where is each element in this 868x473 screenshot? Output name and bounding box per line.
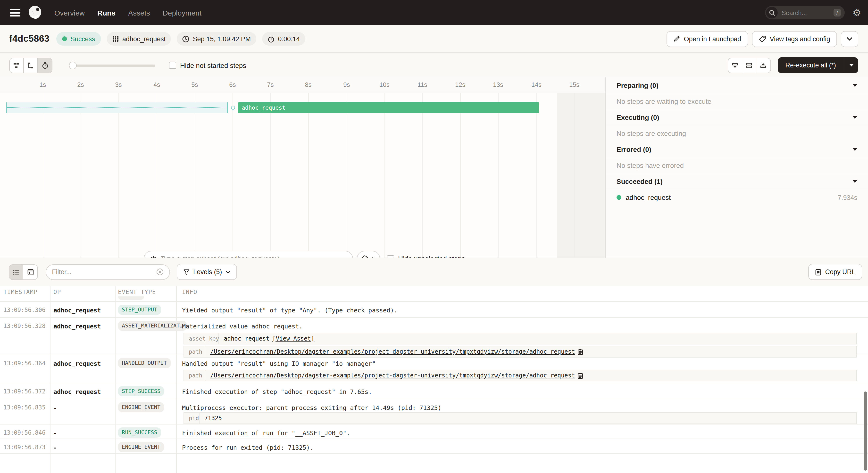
caret-down-icon	[852, 116, 857, 119]
step-subset-input[interactable]: Type a step subset (ex: adhoc_request+)	[144, 251, 353, 258]
log-scrollbar-thumb[interactable]	[864, 392, 867, 471]
metadata-row: path /Users/erincochran/Desktop/dagster-…	[184, 370, 857, 381]
nav-link-runs[interactable]: Runs	[97, 8, 116, 17]
log-filter-input[interactable]: Filter...	[45, 264, 170, 280]
step-start-marker	[231, 106, 235, 110]
structured-view-button[interactable]	[23, 265, 37, 279]
log-row[interactable]: 13:09:56.372 adhoc_request STEP_SUCCESS …	[0, 383, 868, 399]
log-row[interactable]: 13:09:56.306 adhoc_request STEP_OUTPUT Y…	[0, 302, 868, 318]
hide-not-started-checkbox[interactable]	[169, 62, 176, 69]
after-run-shade	[557, 93, 606, 258]
view-tags-config-button[interactable]: View tags and config	[752, 31, 837, 47]
graph-query-button[interactable]	[357, 251, 380, 258]
search-icon	[766, 7, 778, 19]
hide-not-started-label: Hide not started steps	[180, 61, 246, 69]
timeline-tick-label: 7s	[267, 81, 274, 88]
reexecute-all-button[interactable]: Re-execute all (*)	[777, 57, 844, 73]
caret-down-icon	[852, 180, 857, 183]
search-input[interactable]: Search... /	[765, 6, 845, 20]
reexecute-button-group: Re-execute all (*)	[777, 57, 858, 73]
flat-view-button[interactable]	[10, 58, 24, 72]
section-succeeded[interactable]: Succeeded (1)	[606, 173, 868, 190]
open-in-launchpad-button[interactable]: Open in Launchpad	[666, 31, 748, 47]
chevron-down-icon	[226, 270, 230, 273]
hide-not-started-checkbox-row[interactable]: Hide not started steps	[169, 61, 246, 69]
step-waiting-bar	[6, 102, 228, 113]
funnel-icon	[184, 269, 189, 275]
event-type-badge: ENGINE_EVENT	[118, 402, 164, 412]
gear-icon[interactable]: ⚙	[852, 8, 861, 18]
copy-url-button[interactable]: Copy URL	[808, 264, 862, 280]
run-header: f4dc5863 Success adhoc_request Sep 15, 1…	[0, 25, 868, 53]
reexecute-dropdown-button[interactable]	[844, 57, 858, 73]
view-asset-link[interactable]: [View Asset]	[272, 335, 314, 342]
collapse-down-button[interactable]	[728, 58, 742, 72]
metadata-row: asset_key adhoc_request [View Asset]	[184, 333, 857, 344]
nav-link-deployment[interactable]: Deployment	[163, 8, 202, 17]
section-executing[interactable]: Executing (0)	[606, 109, 868, 126]
duration-chip: 0:00:14	[262, 32, 305, 45]
col-op: OP	[53, 289, 61, 296]
succeeded-step-row[interactable]: adhoc_request 7.934s	[606, 190, 868, 205]
copy-path-icon[interactable]	[578, 372, 583, 379]
log-rows: 13:09:56.306 adhoc_request STEP_OUTPUT Y…	[0, 296, 868, 453]
event-type-badge: HANDLED_OUTPUT	[118, 358, 170, 368]
log-row[interactable]: 13:09:56.364 adhoc_request HANDLED_OUTPU…	[0, 355, 868, 383]
gantt-zoom-slider[interactable]	[69, 61, 155, 69]
log-row[interactable]: 13:09:56.328 adhoc_request ASSET_MATERIA…	[0, 318, 868, 355]
search-placeholder: Search...	[782, 9, 834, 16]
copy-path-icon[interactable]	[578, 348, 583, 355]
panel-up-icon	[760, 62, 767, 69]
split-panel-icon	[745, 62, 752, 69]
timeline-tick-label: 1s	[39, 81, 46, 88]
hide-unselected-checkbox[interactable]	[387, 255, 394, 258]
path-link[interactable]: /Users/erincochran/Desktop/dagster-examp…	[210, 372, 575, 379]
timeline-tick-label: 11s	[417, 81, 427, 88]
path-link[interactable]: /Users/erincochran/Desktop/dagster-examp…	[210, 348, 575, 355]
col-event-type: EVENT TYPE	[118, 289, 156, 296]
caret-down-icon	[852, 148, 857, 151]
nav-link-assets[interactable]: Assets	[128, 8, 150, 17]
dagster-logo[interactable]	[27, 5, 43, 21]
step-status-panel: Preparing (0) No steps are waiting to ex…	[606, 77, 868, 258]
structured-view-icon	[27, 269, 34, 275]
gantt-view-mode-group	[9, 58, 53, 73]
log-row[interactable]: 13:09:56.835 - ENGINE_EVENT Multiprocess…	[0, 399, 868, 425]
run-status-badge: Success	[56, 32, 101, 45]
timeline-tick-label: 3s	[115, 81, 122, 88]
slider-knob[interactable]	[69, 61, 77, 69]
log-row[interactable]: 13:09:56.873 - ENGINE_EVENT Process for …	[0, 439, 868, 453]
job-name-chip[interactable]: adhoc_request	[107, 32, 171, 45]
col-timestamp: TIMESTAMP	[3, 289, 38, 296]
step-duration: 7.934s	[838, 194, 857, 201]
timeline-tick-label: 9s	[343, 81, 350, 88]
section-preparing[interactable]: Preparing (0)	[606, 77, 868, 94]
top-nav: Overview Runs Assets Deployment Search..…	[0, 0, 868, 25]
log-row[interactable]: 13:09:56.846 - RUN_SUCCESS Finished exec…	[0, 425, 868, 439]
timed-view-button[interactable]	[38, 58, 52, 72]
event-type-badge: ASSET_MATERIALIZAT…	[118, 321, 187, 331]
levels-dropdown-button[interactable]: Levels (5)	[177, 264, 237, 280]
section-errored[interactable]: Errored (0)	[606, 141, 868, 158]
list-view-button[interactable]	[9, 265, 23, 279]
run-actions-dropdown-button[interactable]	[841, 31, 858, 47]
hide-unselected-checkbox-row[interactable]: Hide unselected steps	[387, 255, 465, 258]
split-panels-button[interactable]	[742, 58, 756, 72]
list-view-icon	[12, 269, 20, 275]
log-row-partial	[0, 296, 868, 302]
timeline-tick-label: 6s	[229, 81, 236, 88]
start-time-chip: Sep 15, 1:09:42 PM	[177, 32, 256, 45]
event-type-badge: STEP_SUCCESS	[118, 386, 164, 396]
gantt-toolbar: Hide not started steps	[0, 54, 868, 77]
waterfall-view-button[interactable]	[24, 58, 38, 72]
panel-down-icon	[731, 62, 738, 69]
collapse-up-button[interactable]	[756, 58, 770, 72]
clear-filter-icon[interactable]	[156, 268, 164, 276]
event-type-badge: ENGINE_EVENT	[118, 442, 164, 452]
timeline-header: 1s 2s 3s 4s 5s 6s 7s 8s 9s 10s 11s 12s 1…	[0, 77, 606, 93]
hamburger-menu-icon[interactable]	[10, 9, 21, 16]
event-type-badge: RUN_SUCCESS	[118, 428, 161, 438]
gantt-step-bar[interactable]: adhoc_request	[238, 102, 539, 113]
timer-icon	[267, 35, 275, 42]
nav-link-overview[interactable]: Overview	[54, 8, 85, 17]
